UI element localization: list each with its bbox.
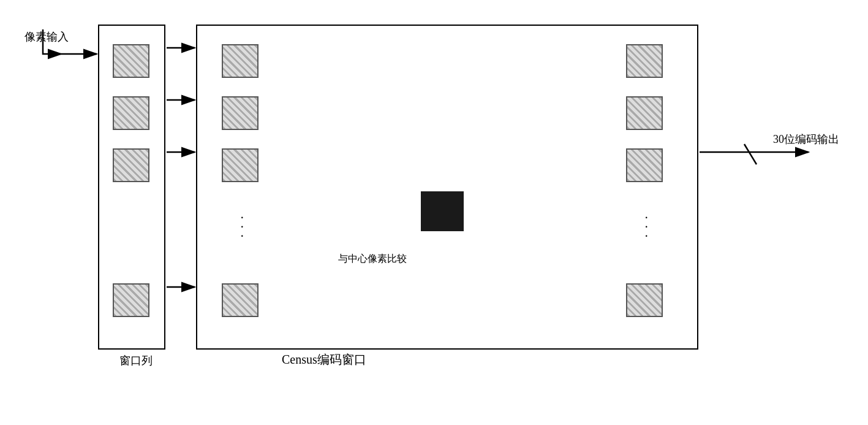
right-dots: · · · bbox=[640, 216, 653, 239]
cc-right-cell-1 bbox=[626, 44, 663, 78]
cc-left-cell-3 bbox=[222, 148, 259, 182]
cc-left-cell-1 bbox=[222, 44, 259, 78]
cc-right-cell-4 bbox=[626, 283, 663, 317]
cc-left-cell-2 bbox=[222, 96, 259, 130]
svg-line-15 bbox=[744, 144, 757, 164]
center-compare-label: 与中心像素比较 bbox=[338, 253, 407, 266]
wc-pixel-cell-4 bbox=[113, 283, 149, 317]
cc-left-cell-4 bbox=[222, 283, 259, 317]
window-col-label: 窗口列 bbox=[119, 353, 153, 368]
diagram-container: 像素输入 · · · · · · 与中心像素比较 30位编码输出 窗口列 Cen… bbox=[25, 12, 845, 405]
wc-pixel-cell-2 bbox=[113, 96, 149, 130]
wc-pixel-cell-1 bbox=[113, 44, 149, 78]
wc-pixel-cell-3 bbox=[113, 148, 149, 182]
pixel-input-label: 像素输入 bbox=[25, 29, 69, 44]
left-dots: · · · bbox=[235, 216, 249, 239]
cc-right-cell-3 bbox=[626, 148, 663, 182]
cc-right-cell-2 bbox=[626, 96, 663, 130]
center-pixel-cell bbox=[421, 191, 464, 231]
window-col-box bbox=[98, 25, 165, 350]
census-window-label: Census编码窗口 bbox=[282, 351, 366, 368]
output-label: 30位编码输出 bbox=[773, 132, 839, 147]
census-box: · · · · · · 与中心像素比较 bbox=[196, 25, 698, 350]
